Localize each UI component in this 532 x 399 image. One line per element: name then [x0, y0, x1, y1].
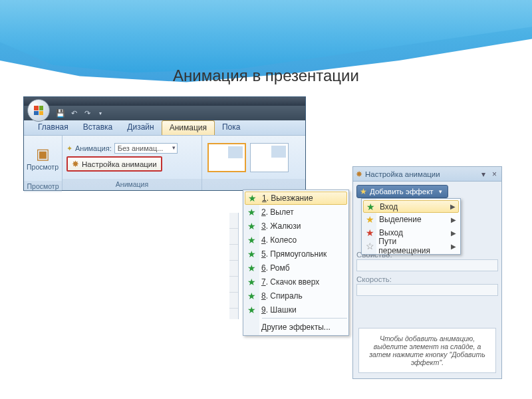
chevron-right-icon: ▶ [451, 229, 456, 237]
group-label-transitions [202, 179, 305, 190]
effect-item[interactable]: ★7. Скачок вверх [245, 275, 347, 289]
effect-item[interactable]: ★1. Выезжание [245, 192, 347, 205]
undo-icon[interactable]: ↶ [69, 108, 78, 118]
group-label-animation: Анимация [63, 179, 201, 190]
effects-submenu: ★1. Выезжание ★2. Вылет ★3. Жалюзи ★4. К… [243, 190, 349, 336]
add-effect-label: Добавить эффект [370, 188, 434, 196]
star-icon: ✸ [356, 170, 362, 179]
hint-text: Чтобы добавить анимацию, выделите элемен… [358, 328, 496, 373]
star-icon: ★ [246, 220, 257, 231]
star-icon: ★ [364, 214, 376, 225]
group-label-preview: Просмотр [24, 181, 62, 192]
settings-gear-icon: ✸ [72, 159, 79, 169]
taskpane-header: ✸ Настройка анимации ▾ × [353, 167, 501, 182]
transition-thumb[interactable] [250, 143, 289, 172]
star-icon: ★ [246, 262, 257, 273]
ribbon-body: ▣ Просмотр Просмотр ✦ Анимация: Без аним… [24, 136, 305, 190]
transition-thumb[interactable] [207, 143, 246, 172]
decorative-wave [0, 0, 532, 76]
effect-item[interactable]: ★2. Вылет [245, 205, 347, 219]
tab-insert[interactable]: Вставка [76, 120, 120, 135]
chevron-right-icon: ▶ [451, 216, 456, 223]
star-icon: ★ [246, 304, 257, 315]
taskpane-menu-icon[interactable]: ▾ [479, 170, 487, 179]
separator [262, 318, 347, 319]
tab-home[interactable]: Главная [31, 120, 76, 135]
star-icon: ★ [246, 206, 257, 217]
add-effect-button[interactable]: ★ Добавить эффект [356, 185, 448, 198]
star-icon: ★ [246, 234, 257, 245]
speed-label: Скорость: [356, 275, 498, 283]
page-title: Анимация в презентации [0, 66, 532, 85]
chevron-right-icon: ▶ [451, 243, 456, 250]
redo-icon[interactable]: ↷ [82, 108, 92, 118]
preview-label: Просмотр [27, 163, 59, 171]
office-button[interactable] [27, 99, 50, 122]
tab-show[interactable]: Пока [215, 120, 248, 135]
quick-access-toolbar: 💾 ↶ ↷ ▾ [24, 106, 305, 120]
animation-label: Анимация: [75, 144, 112, 152]
qat-dropdown-icon[interactable]: ▾ [96, 108, 105, 118]
other-effects-item[interactable]: Другие эффекты... [245, 320, 347, 334]
animation-combo[interactable]: Без анимац... [114, 143, 178, 154]
star-icon: ★ [364, 227, 376, 239]
effect-type-menu: ★Вход▶ ★Выделение▶ ★Выход▶ ☆Пути перемещ… [361, 198, 461, 255]
effect-item[interactable]: ★9. Шашки [245, 303, 347, 317]
tab-design[interactable]: Дизайн [120, 120, 161, 135]
star-icon: ☆ [364, 241, 375, 252]
chevron-right-icon: ▶ [450, 203, 456, 210]
ribbon-tabs: Главная Вставка Дизайн Анимация Пока [24, 120, 305, 136]
star-icon: ★ [246, 290, 257, 301]
taskpane-title: Настройка анимации [365, 170, 440, 178]
star-icon: ★ [246, 248, 257, 259]
effect-type-entrance[interactable]: ★Вход▶ [363, 200, 459, 213]
ribbon-window: 💾 ↶ ↷ ▾ Главная Вставка Дизайн Анимация … [23, 96, 306, 191]
effect-item[interactable]: ★8. Спираль [245, 289, 347, 303]
speed-combo[interactable] [356, 284, 498, 296]
tab-animation[interactable]: Анимация [162, 120, 215, 135]
effect-item[interactable]: ★6. Ромб [245, 261, 347, 275]
effect-type-emphasis[interactable]: ★Выделение▶ [363, 213, 459, 226]
effect-item[interactable]: ★5. Прямоугольник [245, 247, 347, 261]
save-icon[interactable]: 💾 [56, 108, 65, 118]
preview-icon: ▣ [36, 146, 50, 163]
close-icon[interactable]: × [490, 170, 499, 179]
vertical-ruler [229, 213, 239, 319]
star-icon: ★ [247, 193, 258, 204]
animation-settings-button[interactable]: ✸ Настройка анимации [66, 156, 162, 172]
titlebar [24, 97, 305, 106]
effect-item[interactable]: ★3. Жалюзи [245, 219, 347, 233]
star-icon: ★ [246, 276, 257, 287]
property-combo[interactable] [356, 259, 498, 271]
star-icon: ★ [360, 187, 367, 196]
preview-button[interactable]: ▣ Просмотр [27, 138, 59, 178]
spacer [246, 321, 257, 332]
settings-label: Настройка анимации [82, 160, 157, 168]
star-icon: ★ [365, 201, 376, 212]
effect-type-motion[interactable]: ☆Пути перемещения▶ [363, 239, 459, 253]
anim-small-icon: ✦ [66, 144, 72, 153]
effect-item[interactable]: ★4. Колесо [245, 233, 347, 247]
